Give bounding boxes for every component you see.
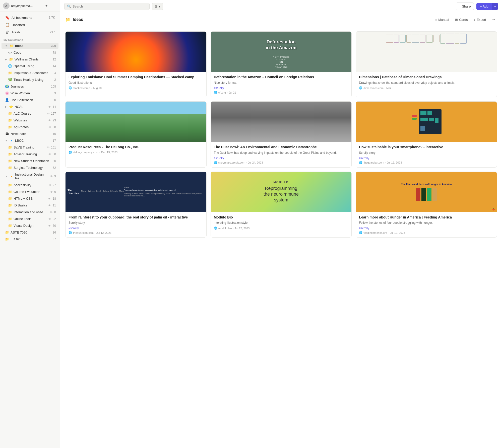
card-source: dimensions.com (363, 87, 383, 90)
sidebar-item-ideas[interactable]: ▼ 📁 Ideas 309 (2, 43, 58, 49)
more-options-button[interactable]: ··· (490, 16, 497, 23)
list-item[interactable]: The Dust Bowl: An Environmental and Econ… (211, 101, 352, 167)
sidebar-item-ed626[interactable]: 📁 ED 626 37 (2, 236, 58, 242)
folder-icon: 📁 (8, 71, 12, 75)
sidebar-item-wise-women[interactable]: 🌸 Wise Women 3 (2, 90, 58, 96)
eye-icon: 👁 (48, 126, 51, 129)
card-desc: Good illustrations (69, 81, 203, 85)
sidebar-item-tinas[interactable]: 🌿 Tina's Healthy Living 2 (2, 77, 58, 83)
share-button[interactable]: ↑ Share (456, 3, 474, 10)
sidebar-item-html-css[interactable]: 📁 HTML + CSS 👁 18 (2, 195, 58, 202)
collection-label: Ideas (15, 44, 49, 48)
sidebar-item-new-student[interactable]: 📁 New Student Orientation 30 (2, 158, 58, 164)
sparkle-icon[interactable]: ✦ (43, 3, 49, 9)
list-item[interactable]: The Facts and Faces of Hunger in America… (356, 172, 497, 238)
cards-area: Exploring Louisiana: Cool Summer Camping… (60, 26, 502, 448)
sidebar-item-lisa[interactable]: 👤 Lisa Solterbeck 30 (2, 97, 58, 103)
sidebar-item-lbcc[interactable]: ▼ ● LBCC 17 (2, 137, 58, 144)
list-item[interactable]: The Guardian News Opinion Sport Culture … (65, 172, 207, 238)
sidebar-item-journeys[interactable]: 🌍 Journeys 108 (2, 83, 58, 90)
card-title: Dimensions | Database of Dimensioned Dra… (359, 75, 494, 80)
sidebar-item-id-basics[interactable]: 📁 ID Basics 👁 11 (2, 202, 58, 208)
add-button[interactable]: + Add (476, 3, 492, 10)
export-icon: ↓ (474, 18, 476, 22)
sidebar-item-accessibility[interactable]: 📁 Accessibility 👁 27 (2, 182, 58, 188)
card-source: cfr.org (218, 91, 226, 94)
search-input[interactable] (73, 5, 147, 8)
list-item[interactable]: Exploring Louisiana: Cool Summer Camping… (65, 31, 207, 97)
unsorted-icon: 📋 (5, 23, 10, 27)
collection-count: 3 (54, 92, 56, 95)
sidebar-item-inspiration[interactable]: 📁 Inspiration & Associates 4 (2, 70, 58, 76)
sidebar-item-ag-photos[interactable]: 📁 Ag Photos 👁 38 (2, 124, 58, 130)
add-icon[interactable]: + (51, 3, 57, 9)
sidebar-item-ncal[interactable]: ▶ ⭐ NCAL 👁 14 (2, 104, 58, 110)
sidebar-item-unsorted[interactable]: 📋 Unsorted (2, 21, 58, 28)
eye-icon: 👁 (50, 211, 53, 214)
sidebar-item-code[interactable]: </> Code 78 (2, 49, 58, 56)
card-source: stacked.camp (73, 87, 90, 90)
sidebar-item-instructional[interactable]: ▼ ● Instructional Design Re... 👁 9 (2, 171, 58, 181)
favicon-icon: 🌐 (359, 231, 362, 234)
list-item[interactable]: How sustainable is your smartphone? - in… (356, 101, 497, 167)
sidebar-item-course-eval[interactable]: 📁 Course Evaluation 👁 6 (2, 189, 58, 195)
sidebar-item-visual-design[interactable]: 📁 Visual Design 👁 60 (2, 222, 58, 229)
sidebar-item-online-tools[interactable]: 📁 Online Tools 👁 92 (2, 216, 58, 222)
search-bar[interactable]: 🔍 (64, 3, 150, 10)
filter-button[interactable]: ⊞ ▾ (152, 3, 163, 10)
add-chevron-button[interactable]: ▾ (492, 3, 498, 10)
main-content: 🔍 ⊞ ▾ ↑ Share + Add ▾ 📁 Ideas ≡ Manual ⊞ (60, 0, 502, 448)
folder-icon: 📁 (8, 217, 12, 221)
collection-label: ALC Course (14, 112, 45, 115)
collection-label: Ag Photos (14, 125, 47, 129)
sidebar-item-advisor-training[interactable]: 📁 Advisor Training 👁 80 (2, 151, 58, 157)
folder-icon: 📁 (8, 145, 12, 149)
sidebar-item-alc-course[interactable]: 📁 ALC Course 👁 127 (2, 110, 58, 117)
sidebar-item-optimal-living[interactable]: 🌐 Optimal Living 14 (2, 63, 58, 69)
list-item[interactable]: Dimensions | Database of Dimensioned Dra… (356, 31, 497, 97)
folder-icon: 📁 (8, 190, 12, 194)
eye-icon: 👁 (48, 119, 51, 122)
collection-count: 8 (54, 210, 56, 214)
collection-label: NCAL (15, 105, 47, 109)
sidebar-item-wellness-clients[interactable]: ▶ 📁 Wellness Clients 12 (2, 56, 58, 62)
collection-count: 14 (53, 64, 56, 68)
sidebar-item-save-training[interactable]: 📁 SaVE Training 👁 151 (2, 144, 58, 151)
list-icon: ≡ (435, 18, 437, 22)
collection-count: 60 (53, 224, 56, 228)
list-item[interactable]: Deforestationin the Amazon A CFR Infogui… (211, 31, 352, 97)
collection-label: Course Evaluation (14, 190, 48, 194)
card-meta: 🌐 storymaps.arcgis.com · Jul 24, 2023 (214, 161, 349, 164)
view-export-button[interactable]: ↓ Export (471, 17, 489, 23)
sidebar-item-all-bookmarks[interactable]: 🔖 All bookmarks 1.7K (2, 14, 58, 21)
view-manual-button[interactable]: ≡ Manual (433, 17, 452, 23)
filter-chevron: ▾ (159, 5, 160, 8)
sidebar-item-trash[interactable]: 🗑 Trash 217 (2, 29, 58, 36)
card-title: From rainforest to your cupboard: the re… (69, 215, 203, 220)
card-source: storymaps.arcgis.com (218, 161, 245, 164)
collection-label: Visual Design (14, 224, 47, 228)
add-button-group: + Add ▾ (476, 3, 498, 10)
card-source: modulo.bio (218, 227, 232, 230)
card-meta: 🌐 cfr.org · Jul 21 (214, 91, 349, 94)
collection-count: 151 (51, 146, 56, 149)
chevron-right-icon: ▶ (5, 105, 7, 108)
sidebar-item-surgical[interactable]: 📁 Surgical Technology 62 (2, 165, 58, 171)
eye-icon: 👁 (48, 153, 51, 156)
card-desc: Drawings that show the standard sizes of… (359, 81, 494, 85)
sidebar-item-label: Trash (12, 30, 48, 34)
card-source: theguardian.com (73, 231, 94, 234)
folder-icon: 📁 (8, 224, 12, 228)
list-item[interactable]: MODULO Reprogrammingthe neuroimmunesyste… (211, 172, 352, 238)
sidebar-item-aste[interactable]: 📁 ASTE 7090 36 (2, 229, 58, 236)
collection-label: Optimal Living (14, 64, 51, 68)
card-date: Jul 21 (229, 91, 236, 94)
card-source: feedingamerica.org (363, 231, 387, 234)
card-date: Jul 12, 2023 (390, 231, 405, 234)
view-cards-button[interactable]: ⊞ Cards (453, 17, 470, 23)
sidebar-item-websites[interactable]: 📁 Websites 👁 23 (2, 117, 58, 123)
sidebar-item-nwelearn[interactable]: 🏔 NWeLearn 10 (2, 131, 58, 137)
card-image-sub: A CFR InfoguideCOUNCILONFOREIGNRELATIONS (273, 56, 289, 68)
sidebar-item-interaction[interactable]: 📁 Interaction and Asse... 👁 8 (2, 209, 58, 215)
list-item[interactable]: Product Resources - The DeLong Co., Inc.… (65, 101, 207, 167)
